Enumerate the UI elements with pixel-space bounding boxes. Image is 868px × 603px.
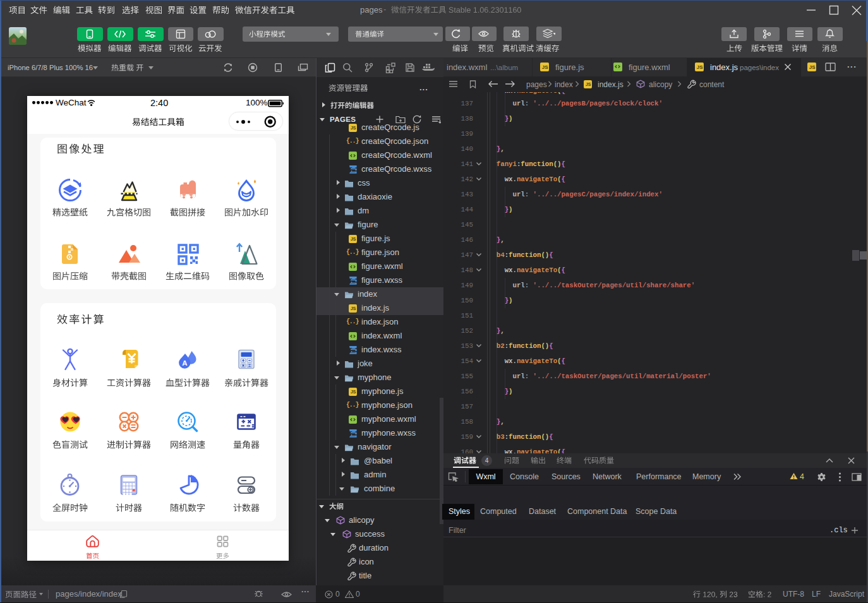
svg-text:A: A xyxy=(183,359,188,366)
